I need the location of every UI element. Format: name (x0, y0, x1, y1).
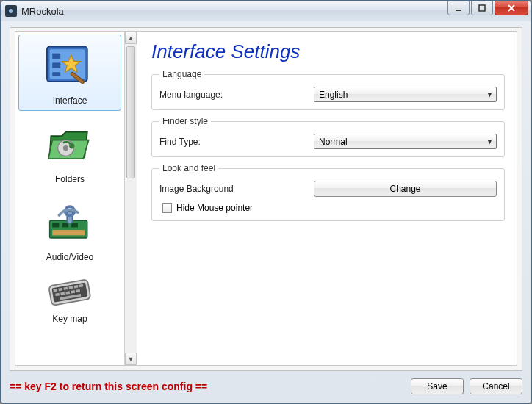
svg-rect-0 (456, 10, 461, 11)
app-icon (5, 5, 17, 17)
svg-rect-15 (52, 223, 59, 227)
image-background-label: Image Background (159, 184, 306, 194)
group-finder: Finder style Find Type: Normal ▼ (151, 116, 505, 157)
maximize-button[interactable] (471, 1, 493, 15)
sidebar-item-label: Key map (20, 314, 120, 324)
menu-language-label: Menu language: (159, 90, 306, 100)
chevron-down-icon: ▼ (486, 138, 493, 145)
find-type-dropdown[interactable]: Normal ▼ (314, 134, 497, 149)
sidebar-container: Interface (15, 32, 137, 365)
minimize-button[interactable] (447, 1, 470, 15)
menu-language-value: English (319, 90, 348, 100)
footer-buttons: Save Cancel (411, 378, 522, 394)
group-look: Look and feel Image Background Change Hi… (151, 163, 505, 221)
window-title: MRockola (21, 6, 64, 17)
group-finder-legend: Finder style (159, 116, 211, 126)
sidebar-item-label: Interface (21, 95, 119, 106)
main-panel: Interface (15, 31, 517, 366)
window-controls (447, 1, 528, 15)
scroll-thumb[interactable] (126, 46, 135, 178)
find-type-value: Normal (319, 137, 348, 147)
client-area: Interface (10, 27, 522, 371)
change-button[interactable]: Change (314, 181, 497, 197)
close-icon (507, 4, 516, 12)
svg-point-12 (63, 145, 68, 151)
scroll-down-button[interactable]: ▼ (125, 353, 137, 365)
sidebar-item-interface[interactable]: Interface (18, 35, 121, 111)
minimize-icon (455, 4, 462, 12)
group-language: Language Menu language: English ▼ (151, 69, 505, 110)
find-type-label: Find Type: (159, 137, 306, 147)
maximize-icon (478, 4, 486, 12)
page-title: Interface Settings (151, 40, 505, 63)
group-look-legend: Look and feel (159, 163, 218, 173)
svg-rect-18 (52, 230, 85, 235)
svg-rect-17 (71, 223, 78, 227)
save-button[interactable]: Save (411, 378, 464, 394)
audiovideo-icon (39, 196, 101, 249)
interface-icon (39, 40, 101, 93)
folders-icon (39, 118, 101, 171)
close-button[interactable] (495, 1, 528, 15)
sidebar-item-keymap[interactable]: Key map (18, 270, 121, 328)
sidebar-item-audiovideo[interactable]: Audio/Video (18, 192, 121, 267)
svg-rect-6 (52, 54, 60, 59)
svg-rect-8 (52, 72, 60, 76)
hide-mouse-checkbox[interactable] (162, 203, 172, 213)
svg-rect-16 (62, 223, 68, 227)
svg-rect-19 (67, 211, 72, 223)
keymap-icon (39, 274, 101, 312)
sidebar: Interface (15, 32, 124, 365)
hide-mouse-label: Hide Mouse pointer (176, 203, 253, 213)
svg-rect-1 (479, 5, 485, 11)
group-language-legend: Language (159, 69, 204, 79)
chevron-down-icon: ▼ (486, 91, 493, 98)
cancel-button[interactable]: Cancel (470, 378, 522, 394)
titlebar[interactable]: MRockola (1, 1, 531, 21)
sidebar-item-folders[interactable]: Folders (18, 114, 121, 189)
scroll-up-button[interactable]: ▲ (125, 32, 137, 44)
sidebar-item-label: Audio/Video (20, 252, 120, 262)
svg-point-13 (69, 143, 74, 148)
settings-pane: Interface Settings Language Menu languag… (137, 32, 517, 365)
footer: == key F2 to return this screen config =… (10, 374, 522, 399)
app-window: MRockola (0, 0, 532, 404)
sidebar-scrollbar[interactable]: ▲ ▼ (124, 32, 137, 365)
svg-rect-7 (52, 62, 60, 68)
sidebar-item-label: Folders (20, 174, 120, 184)
menu-language-dropdown[interactable]: English ▼ (314, 87, 497, 102)
footer-hint: == key F2 to return this screen config =… (10, 380, 207, 392)
